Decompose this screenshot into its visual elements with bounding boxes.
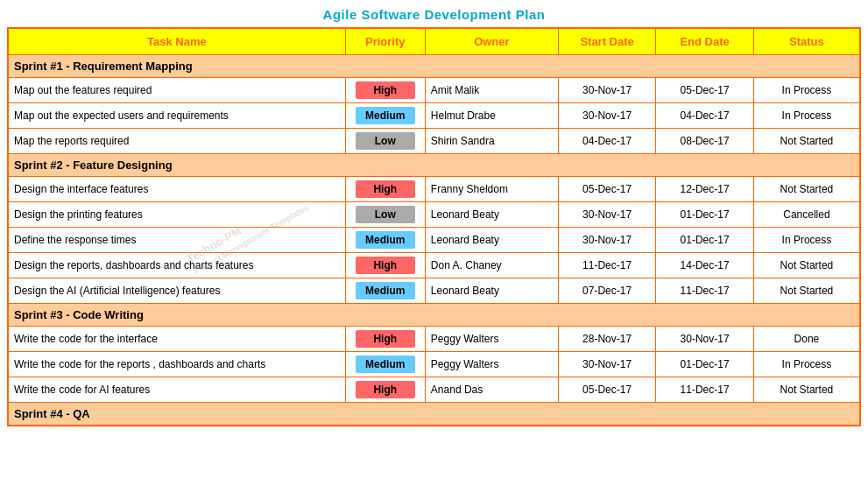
table-row: Write the code for the reports , dashboa… (8, 352, 860, 377)
task-status: In Process (753, 352, 860, 377)
task-name: Write the code for the reports , dashboa… (8, 352, 345, 377)
task-start-date: 05-Dec-17 (558, 177, 655, 202)
table-row: Design the AI (Artificial Intelligence) … (8, 278, 860, 304)
task-priority: Low (345, 202, 425, 228)
priority-badge: Low (356, 206, 415, 223)
task-end-date: 12-Dec-17 (656, 177, 753, 202)
header-owner: Owner (425, 28, 558, 55)
sprint-header-label: Sprint #1 - Requirement Mapping (8, 55, 860, 78)
task-owner: Don A. Chaney (425, 253, 558, 278)
table-row: Write the code for AI features High Anan… (8, 377, 860, 403)
header-task: Task Name (8, 28, 345, 55)
task-owner: Franny Sheldom (425, 177, 558, 202)
task-end-date: 08-Dec-17 (656, 129, 753, 154)
task-status: Done (753, 327, 860, 352)
task-owner: Peggy Walters (425, 327, 558, 352)
sprint-header-label: Sprint #3 - Code Writing (8, 304, 860, 327)
task-status: Not Started (753, 278, 860, 304)
table-row: Define the response times Medium Leonard… (8, 228, 860, 253)
task-status: In Process (753, 228, 860, 253)
task-end-date: 11-Dec-17 (656, 278, 753, 304)
task-priority: High (345, 177, 425, 202)
task-owner: Helmut Drabe (425, 103, 558, 129)
task-owner: Peggy Walters (425, 352, 558, 377)
sprint-header-row: Sprint #4 - QA (8, 403, 860, 426)
priority-badge: High (356, 381, 415, 398)
sprint-header-label: Sprint #2 - Feature Designing (8, 154, 860, 177)
task-name: Map out the expected users and requireme… (8, 103, 345, 129)
priority-badge: Medium (356, 356, 415, 373)
task-name: Design the interface features (8, 177, 345, 202)
task-status: Not Started (753, 129, 860, 154)
sprint-header-row: Sprint #3 - Code Writing (8, 304, 860, 327)
task-end-date: 01-Dec-17 (656, 228, 753, 253)
task-end-date: 01-Dec-17 (656, 352, 753, 377)
priority-badge: Medium (356, 107, 415, 124)
task-status: In Process (753, 78, 860, 103)
header-end-date: End Date (656, 28, 753, 55)
task-name: Define the response times (8, 228, 345, 253)
task-owner: Shirin Sandra (425, 129, 558, 154)
task-priority: Medium (345, 278, 425, 304)
priority-badge: High (356, 257, 415, 274)
priority-badge: Medium (356, 282, 415, 299)
table-row: Write the code for the interface High Pe… (8, 327, 860, 352)
task-priority: High (345, 327, 425, 352)
task-name: Map the reports required (8, 129, 345, 154)
task-end-date: 14-Dec-17 (656, 253, 753, 278)
task-owner: Leonard Beaty (425, 228, 558, 253)
header-priority: Priority (345, 28, 425, 55)
task-start-date: 30-Nov-17 (558, 78, 655, 103)
sprint-header-label: Sprint #4 - QA (8, 403, 860, 426)
task-owner: Anand Das (425, 377, 558, 403)
task-status: In Process (753, 103, 860, 129)
task-start-date: 04-Dec-17 (558, 129, 655, 154)
task-end-date: 30-Nov-17 (656, 327, 753, 352)
table-row: Map out the features required High Amit … (8, 78, 860, 103)
task-priority: Medium (345, 103, 425, 129)
sprint-header-row: Sprint #2 - Feature Designing (8, 154, 860, 177)
table-row: Design the interface features High Frann… (8, 177, 860, 202)
task-name: Map out the features required (8, 78, 345, 103)
task-status: Not Started (753, 377, 860, 403)
task-start-date: 11-Dec-17 (558, 253, 655, 278)
task-start-date: 30-Nov-17 (558, 202, 655, 228)
table-row: Design the reports, dashboards and chart… (8, 253, 860, 278)
task-owner: Leonard Beaty (425, 278, 558, 304)
table-row: Map out the expected users and requireme… (8, 103, 860, 129)
task-start-date: 05-Dec-17 (558, 377, 655, 403)
task-start-date: 07-Dec-17 (558, 278, 655, 304)
task-name: Design the reports, dashboards and chart… (8, 253, 345, 278)
task-name: Design the printing features (8, 202, 345, 228)
task-priority: High (345, 253, 425, 278)
task-name: Design the AI (Artificial Intelligence) … (8, 278, 345, 304)
task-priority: High (345, 78, 425, 103)
main-table: Task Name Priority Owner Start Date End … (7, 27, 861, 426)
task-status: Not Started (753, 253, 860, 278)
task-start-date: 28-Nov-17 (558, 327, 655, 352)
task-start-date: 30-Nov-17 (558, 103, 655, 129)
header-start-date: Start Date (558, 28, 655, 55)
priority-badge: High (356, 180, 415, 198)
task-owner: Amit Malik (425, 78, 558, 103)
priority-badge: Low (356, 132, 415, 150)
priority-badge: High (356, 330, 415, 348)
task-name: Write the code for the interface (8, 327, 345, 352)
task-status: Not Started (753, 177, 860, 202)
task-end-date: 05-Dec-17 (656, 78, 753, 103)
priority-badge: Medium (356, 231, 415, 249)
task-start-date: 30-Nov-17 (558, 352, 655, 377)
header-status: Status (753, 28, 860, 55)
task-name: Write the code for AI features (8, 377, 345, 403)
task-priority: Medium (345, 352, 425, 377)
task-priority: Low (345, 129, 425, 154)
task-owner: Leonard Beaty (425, 202, 558, 228)
task-priority: High (345, 377, 425, 403)
priority-badge: High (356, 81, 415, 99)
task-status: Cancelled (753, 202, 860, 228)
sprint-header-row: Sprint #1 - Requirement Mapping (8, 55, 860, 78)
page-title: Agile Software Development Plan (7, 7, 861, 22)
task-end-date: 11-Dec-17 (656, 377, 753, 403)
task-end-date: 01-Dec-17 (656, 202, 753, 228)
task-end-date: 04-Dec-17 (656, 103, 753, 129)
